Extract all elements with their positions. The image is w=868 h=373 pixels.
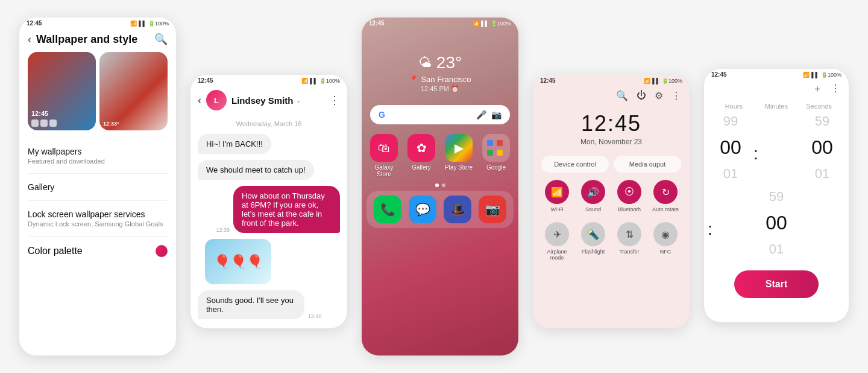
status-bar-2: 12:45 📶 ▌▌ 🔋100% xyxy=(190,75,347,86)
status-bar-5: 12:45 📶 ▌▌ 🔋100% xyxy=(704,69,849,80)
toggle-wifi[interactable]: 📶 Wi-Fi xyxy=(541,180,573,212)
device-control-button[interactable]: Device control xyxy=(541,156,609,173)
airplane-toggle-icon: ✈ xyxy=(545,222,569,246)
minutes-column[interactable]: 59 00 01 xyxy=(799,110,845,185)
status-icons-3: 📶 ▌▌ 🔋100% xyxy=(473,21,511,27)
battery-icon-2: 🔋100% xyxy=(319,78,340,84)
toggle-autorotate[interactable]: ↻ Auto rotate xyxy=(650,180,681,212)
status-bar-1: 12:45 📶 ▌▌ 🔋100% xyxy=(19,18,176,29)
status-bar-4: 12:45 📶 ▌▌ 🔋100% xyxy=(533,75,690,86)
lock-wallpaper-preview[interactable]: 12:33° xyxy=(99,52,168,130)
gallery-icon: ✿ xyxy=(407,134,435,162)
seconds-prev: 59 xyxy=(769,185,784,208)
dock-app3[interactable]: 🎩 xyxy=(442,196,473,223)
mini-lock-time: 12:33° xyxy=(103,121,164,127)
mini-icon-1 xyxy=(31,120,39,127)
dot-2 xyxy=(442,183,445,187)
qs-settings-icon[interactable]: ⚙ xyxy=(655,90,663,101)
gallery-label: Gallery xyxy=(412,164,431,171)
menu-my-wallpapers[interactable]: My wallpapers Featured and downloaded xyxy=(19,138,176,173)
galaxy-store-label: Galaxy Store xyxy=(368,164,400,177)
status-icons-5: 📶 ▌▌ 🔋100% xyxy=(803,72,841,78)
app-galaxy-store[interactable]: 🛍 Galaxy Store xyxy=(368,134,400,177)
weather-widget: 🌤 23° 📍 San Francisco 12:45 PM ⏰ xyxy=(362,29,518,105)
dock-messages[interactable]: 💬 xyxy=(407,196,438,223)
hours-column[interactable]: 99 00 01 xyxy=(708,110,753,185)
more-options-icon[interactable]: ⋮ xyxy=(329,94,340,107)
qs-more-icon[interactable]: ⋮ xyxy=(671,90,681,101)
menu-color-palette[interactable]: Color palette xyxy=(19,237,176,266)
battery-icon-5: 🔋100% xyxy=(821,72,841,78)
minutes-label: Minutes xyxy=(755,103,798,110)
menu-sub-wallpapers: Featured and downloaded xyxy=(28,158,168,165)
mini-icon-2 xyxy=(40,120,48,127)
timer-more-icon[interactable]: ⋮ xyxy=(831,83,840,95)
back-button[interactable]: ‹ xyxy=(28,33,31,46)
mini-icons xyxy=(31,120,92,127)
qs-clock: 12:45 Mon, November 23 xyxy=(533,105,690,148)
flashlight-toggle-label: Flashlight xyxy=(582,249,605,255)
menu-sub-lock: Dynamic Lock screen, Samsung Global Goal… xyxy=(28,220,168,228)
app-dock: 📞 💬 🎩 📷 xyxy=(366,191,514,228)
toggle-sound[interactable]: 🔊 Sound xyxy=(577,180,609,212)
toggle-airplane[interactable]: ✈ Airplane mode xyxy=(541,222,573,261)
msg-back-button[interactable]: ‹ xyxy=(198,94,201,107)
play-store-label: Play Store xyxy=(445,164,473,171)
dock-phone[interactable]: 📞 xyxy=(373,196,403,223)
search-bar[interactable]: G 🎤 📷 xyxy=(370,105,510,124)
message-header: ‹ L Lindsey Smith ⌄ ⋮ xyxy=(190,86,347,116)
qs-search-icon[interactable]: 🔍 xyxy=(616,90,628,101)
qs-action-icons: 🔍 ⏻ ⚙ ⋮ xyxy=(533,86,690,105)
airplane-toggle-label: Airplane mode xyxy=(541,249,573,261)
menu-gallery[interactable]: Gallery xyxy=(19,174,176,200)
toggle-nfc[interactable]: ◉ NFC xyxy=(650,222,681,261)
menu-lock-screen[interactable]: Lock screen wallpaper services Dynamic L… xyxy=(19,201,176,236)
camera-search-icon[interactable]: 📷 xyxy=(491,110,502,120)
home-wallpaper-preview[interactable]: 12:45 xyxy=(28,52,96,130)
messages-icon: 💬 xyxy=(409,196,436,223)
bluetooth-toggle-label: Bluetooth xyxy=(618,206,641,212)
wallpaper-previews: 12:45 12:33° xyxy=(19,52,176,138)
message-5: Sounds good. I'll see you then. xyxy=(198,290,304,319)
search-button[interactable]: 🔍 xyxy=(154,33,168,46)
status-icons-1: 📶 ▌▌ 🔋100% xyxy=(130,21,169,27)
status-bar-3: 12:45 📶 ▌▌ 🔋100% xyxy=(362,18,518,29)
app-google[interactable]: Google xyxy=(480,134,512,177)
dock-camera[interactable]: 📷 xyxy=(477,196,508,223)
status-icons-2: 📶 ▌▌ 🔋100% xyxy=(301,78,340,84)
nfc-toggle-label: NFC xyxy=(660,249,671,255)
signal-icon-2: ▌▌ xyxy=(310,78,318,84)
balloon-icon: 🎈🎈🎈 xyxy=(214,254,263,270)
qs-power-icon[interactable]: ⏻ xyxy=(637,90,646,101)
timer-labels: Hours Minutes Seconds xyxy=(704,98,849,110)
status-time-4: 12:45 xyxy=(540,77,556,84)
contact-name-row: Lindsey Smith ⌄ xyxy=(231,95,324,106)
city-name: San Francisco xyxy=(421,75,471,84)
flashlight-toggle-icon: 🔦 xyxy=(581,222,605,246)
sound-toggle-label: Sound xyxy=(585,206,601,212)
weather-temp: 23° xyxy=(436,53,462,72)
mic-icon[interactable]: 🎤 xyxy=(476,110,486,120)
media-output-button[interactable]: Media ouput xyxy=(614,156,681,173)
hours-prev: 99 xyxy=(723,110,738,133)
phone-icon: 📞 xyxy=(374,196,401,223)
seconds-column[interactable]: 59 00 01 xyxy=(753,185,799,261)
status-time-2: 12:45 xyxy=(198,77,213,84)
contact-name: Lindsey Smith xyxy=(231,95,294,106)
colon-2: : xyxy=(708,185,753,261)
battery-icon: 🔋100% xyxy=(148,21,169,27)
play-store-icon: ▶ xyxy=(445,134,473,162)
toggle-bluetooth[interactable]: ⦿ Bluetooth xyxy=(614,180,645,212)
signal-icon-4: ▌▌ xyxy=(652,78,660,84)
app-play-store[interactable]: ▶ Play Store xyxy=(442,134,475,177)
page-dots xyxy=(362,183,518,187)
start-button[interactable]: Start xyxy=(734,270,819,298)
wifi-icon-5: 📶 xyxy=(803,72,810,78)
qs-toggles-row1: 📶 Wi-Fi 🔊 Sound ⦿ Bluetooth ↻ Auto rotat… xyxy=(533,180,690,217)
toggle-transfer[interactable]: ⇅ Transfer xyxy=(614,222,645,261)
app-gallery[interactable]: ✿ Gallery xyxy=(405,134,438,177)
add-timer-icon[interactable]: ＋ xyxy=(813,83,822,95)
sound-toggle-icon: 🔊 xyxy=(581,180,605,204)
toggle-flashlight[interactable]: 🔦 Flashlight xyxy=(577,222,609,261)
transfer-toggle-icon: ⇅ xyxy=(617,222,641,246)
